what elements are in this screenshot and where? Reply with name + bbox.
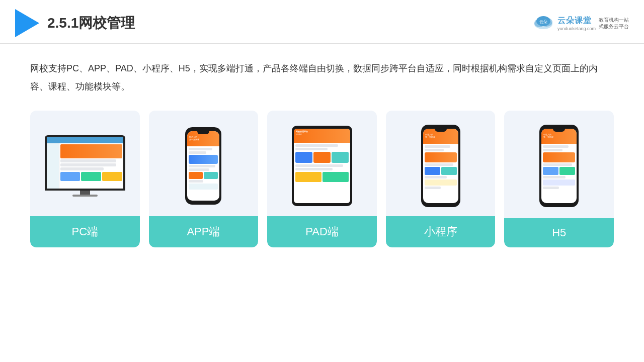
app-screen-text: 职达人的第一堂网课 — [189, 136, 199, 141]
pc-row-3 — [60, 167, 104, 170]
card-app: 职达人的第一堂网课 — [149, 111, 259, 247]
page-title: 2.5.1网校管理 — [47, 14, 135, 33]
pc-banner — [60, 144, 122, 158]
miniapp-phone-content — [423, 144, 458, 192]
pc-sidebar — [47, 143, 59, 189]
card-miniapp: 职达人的第一堂网课 — [386, 111, 496, 247]
pc-device-container — [35, 121, 135, 211]
brand-logo: 云朵 云朵课堂 yunduoketang.com 教育机构一站式服务云平台 — [532, 14, 629, 32]
miniapp-device-container: 职达人的第一堂网课 — [391, 121, 491, 211]
pc-device — [45, 135, 125, 197]
app-phone-device: 职达人的第一堂网课 — [185, 127, 221, 205]
app-phone-content — [187, 146, 219, 191]
card-label-pc: PC端 — [30, 216, 140, 247]
cloud-logo-icon: 云朵 — [532, 14, 554, 32]
h5-phone-screen: 职达人的第一堂网课 — [541, 129, 577, 203]
header-left: 2.5.1网校管理 — [15, 9, 135, 37]
svg-text:云朵: 云朵 — [539, 20, 547, 24]
h5-phone-content — [541, 144, 577, 192]
card-pc: PC端 — [30, 111, 140, 247]
miniapp-screen-text: 职达人的第一堂网课 — [425, 134, 435, 139]
brand-slogan: 教育机构一站式服务云平台 — [599, 17, 629, 30]
tablet-screen: 网校管理平台 精品课程 — [294, 129, 350, 203]
card-label-pad: PAD端 — [267, 216, 377, 247]
app-phone-screen: 职达人的第一堂网课 — [187, 131, 219, 201]
tablet-device: 网校管理平台 精品课程 — [292, 126, 352, 206]
app-phone-card — [189, 155, 218, 164]
description-text: 网校支持PC、APP、PAD、小程序、H5，实现多端打通，产品各终端自由切换，数… — [30, 59, 614, 96]
pc-top-bar — [47, 137, 123, 143]
tablet-screen-top: 网校管理平台 精品课程 — [294, 129, 350, 143]
brand-url: yunduoketang.com — [557, 26, 596, 31]
pad-device-container: 网校管理平台 精品课程 — [272, 121, 372, 211]
miniapp-phone-device: 职达人的第一堂网课 — [421, 125, 460, 207]
tablet-grid — [295, 152, 349, 163]
pc-row-2 — [60, 163, 116, 166]
tablet-content — [294, 143, 350, 184]
logo-icon — [15, 9, 39, 37]
cards-row: PC端 职达人的第一堂网课 — [30, 111, 614, 247]
brand-name: 云朵课堂 — [557, 16, 592, 26]
brand-text: 云朵课堂 yunduoketang.com — [557, 16, 596, 31]
pc-main-content — [59, 143, 123, 189]
card-label-app: APP端 — [149, 216, 259, 247]
h5-device-container: 职达人的第一堂网课 — [509, 121, 609, 211]
card-label-h5: H5 — [504, 218, 614, 247]
miniapp-phone-screen: 职达人的第一堂网课 — [423, 129, 458, 203]
header: 2.5.1网校管理 云朵 云朵课堂 yunduoketang.com 教育机构一… — [0, 0, 644, 44]
miniapp-phone-notch — [435, 129, 447, 132]
app-device-container: 职达人的第一堂网课 — [154, 121, 254, 211]
h5-phone-device: 职达人的第一堂网课 — [539, 125, 579, 207]
pc-row-1 — [60, 159, 116, 162]
h5-phone-notch — [553, 129, 565, 132]
pc-stand — [72, 195, 98, 197]
h5-screen-text: 职达人的第一堂网课 — [543, 134, 553, 139]
pc-screen-content — [47, 137, 123, 189]
pc-neck — [80, 191, 90, 195]
pc-content-area — [47, 143, 123, 189]
card-pad: 网校管理平台 精品课程 — [267, 111, 377, 247]
header-right: 云朵 云朵课堂 yunduoketang.com 教育机构一站式服务云平台 — [532, 14, 629, 32]
card-label-miniapp: 小程序 — [386, 216, 496, 247]
phone-notch — [197, 131, 209, 134]
main-content: 网校支持PC、APP、PAD、小程序、H5，实现多端打通，产品各终端自由切换，数… — [0, 44, 644, 257]
card-h5: 职达人的第一堂网课 — [504, 111, 614, 247]
pc-screen-outer — [45, 135, 125, 191]
